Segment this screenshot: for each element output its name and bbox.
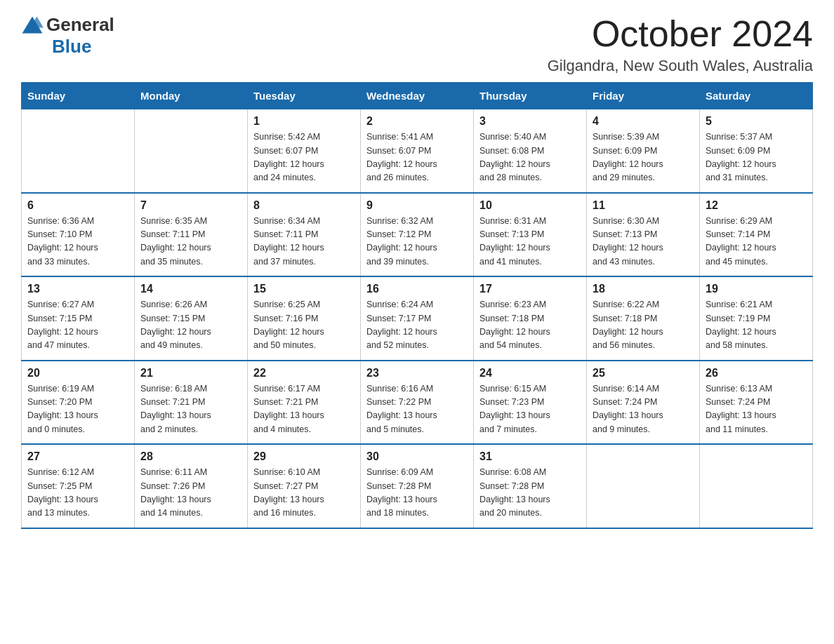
day-number: 3 <box>479 115 581 128</box>
day-number: 10 <box>479 199 581 212</box>
logo: General Blue <box>21 14 114 58</box>
day-info: Sunrise: 6:12 AM Sunset: 7:25 PM Dayligh… <box>27 466 128 521</box>
day-number: 15 <box>253 283 355 295</box>
calendar-cell: 11Sunrise: 6:30 AM Sunset: 7:13 PM Dayli… <box>587 193 700 277</box>
calendar-cell <box>22 109 135 193</box>
calendar-cell: 31Sunrise: 6:08 AM Sunset: 7:28 PM Dayli… <box>474 444 587 528</box>
calendar-week-row: 6Sunrise: 6:36 AM Sunset: 7:10 PM Daylig… <box>22 193 813 277</box>
day-info: Sunrise: 6:35 AM Sunset: 7:11 PM Dayligh… <box>140 215 241 269</box>
general-blue-logo-icon <box>21 15 44 35</box>
day-number: 5 <box>706 115 807 128</box>
calendar-day-header: Friday <box>587 83 700 109</box>
day-number: 16 <box>366 283 468 295</box>
calendar-day-header: Saturday <box>700 83 813 109</box>
calendar-week-row: 20Sunrise: 6:19 AM Sunset: 7:20 PM Dayli… <box>22 361 813 445</box>
calendar-cell: 18Sunrise: 6:22 AM Sunset: 7:18 PM Dayli… <box>587 276 700 361</box>
day-number: 17 <box>479 283 581 295</box>
calendar-cell: 2Sunrise: 5:41 AM Sunset: 6:07 PM Daylig… <box>361 109 474 193</box>
day-number: 9 <box>366 199 468 212</box>
day-info: Sunrise: 6:10 AM Sunset: 7:27 PM Dayligh… <box>253 466 355 521</box>
day-info: Sunrise: 6:19 AM Sunset: 7:20 PM Dayligh… <box>27 382 128 437</box>
day-number: 4 <box>593 115 694 128</box>
day-info: Sunrise: 6:15 AM Sunset: 7:23 PM Dayligh… <box>479 382 581 437</box>
day-number: 26 <box>706 367 807 380</box>
day-info: Sunrise: 6:13 AM Sunset: 7:24 PM Dayligh… <box>706 382 807 437</box>
calendar-cell: 14Sunrise: 6:26 AM Sunset: 7:15 PM Dayli… <box>135 276 248 361</box>
day-number: 6 <box>27 199 128 212</box>
day-number: 27 <box>27 450 128 463</box>
calendar-cell <box>700 444 813 528</box>
day-number: 12 <box>706 199 807 212</box>
day-info: Sunrise: 6:26 AM Sunset: 7:15 PM Dayligh… <box>140 298 241 353</box>
day-info: Sunrise: 6:27 AM Sunset: 7:15 PM Dayligh… <box>27 298 128 353</box>
calendar-cell: 30Sunrise: 6:09 AM Sunset: 7:28 PM Dayli… <box>361 444 474 528</box>
day-info: Sunrise: 6:22 AM Sunset: 7:18 PM Dayligh… <box>593 298 694 353</box>
day-info: Sunrise: 6:36 AM Sunset: 7:10 PM Dayligh… <box>27 215 128 269</box>
day-number: 20 <box>27 367 128 380</box>
location-subtitle: Gilgandra, New South Wales, Australia <box>548 57 813 75</box>
calendar-cell: 1Sunrise: 5:42 AM Sunset: 6:07 PM Daylig… <box>248 109 361 193</box>
logo-blue-text: Blue <box>52 36 91 58</box>
day-info: Sunrise: 6:25 AM Sunset: 7:16 PM Dayligh… <box>253 298 355 353</box>
calendar-day-header: Wednesday <box>361 83 474 109</box>
day-info: Sunrise: 6:08 AM Sunset: 7:28 PM Dayligh… <box>479 466 581 521</box>
day-number: 31 <box>479 450 581 463</box>
day-info: Sunrise: 6:34 AM Sunset: 7:11 PM Dayligh… <box>253 215 355 269</box>
day-info: Sunrise: 6:29 AM Sunset: 7:14 PM Dayligh… <box>706 215 807 269</box>
day-info: Sunrise: 6:09 AM Sunset: 7:28 PM Dayligh… <box>366 466 468 521</box>
day-number: 19 <box>706 283 807 295</box>
calendar-cell: 12Sunrise: 6:29 AM Sunset: 7:14 PM Dayli… <box>700 193 813 277</box>
calendar-cell: 29Sunrise: 6:10 AM Sunset: 7:27 PM Dayli… <box>248 444 361 528</box>
calendar-day-header: Tuesday <box>248 83 361 109</box>
day-info: Sunrise: 6:32 AM Sunset: 7:12 PM Dayligh… <box>366 215 468 269</box>
calendar-week-row: 1Sunrise: 5:42 AM Sunset: 6:07 PM Daylig… <box>22 109 813 193</box>
calendar-cell: 25Sunrise: 6:14 AM Sunset: 7:24 PM Dayli… <box>587 361 700 445</box>
calendar-day-header: Monday <box>135 83 248 109</box>
day-number: 1 <box>253 115 355 128</box>
day-info: Sunrise: 6:14 AM Sunset: 7:24 PM Dayligh… <box>593 382 694 437</box>
calendar-cell <box>587 444 700 528</box>
calendar-cell: 21Sunrise: 6:18 AM Sunset: 7:21 PM Dayli… <box>135 361 248 445</box>
day-info: Sunrise: 5:42 AM Sunset: 6:07 PM Dayligh… <box>253 130 355 185</box>
day-number: 21 <box>140 367 241 380</box>
day-info: Sunrise: 5:40 AM Sunset: 6:08 PM Dayligh… <box>479 130 581 185</box>
header-right: October 2024 Gilgandra, New South Wales,… <box>548 14 813 75</box>
calendar-cell: 27Sunrise: 6:12 AM Sunset: 7:25 PM Dayli… <box>22 444 135 528</box>
day-info: Sunrise: 6:30 AM Sunset: 7:13 PM Dayligh… <box>593 215 694 269</box>
day-number: 14 <box>140 283 241 295</box>
day-info: Sunrise: 5:41 AM Sunset: 6:07 PM Dayligh… <box>366 130 468 185</box>
day-number: 28 <box>140 450 241 463</box>
calendar-cell: 26Sunrise: 6:13 AM Sunset: 7:24 PM Dayli… <box>700 361 813 445</box>
day-info: Sunrise: 6:16 AM Sunset: 7:22 PM Dayligh… <box>366 382 468 437</box>
calendar-cell: 3Sunrise: 5:40 AM Sunset: 6:08 PM Daylig… <box>474 109 587 193</box>
calendar-cell: 28Sunrise: 6:11 AM Sunset: 7:26 PM Dayli… <box>135 444 248 528</box>
calendar-cell: 6Sunrise: 6:36 AM Sunset: 7:10 PM Daylig… <box>22 193 135 277</box>
day-number: 8 <box>253 199 355 212</box>
calendar-day-header: Thursday <box>474 83 587 109</box>
day-info: Sunrise: 6:11 AM Sunset: 7:26 PM Dayligh… <box>140 466 241 521</box>
calendar-cell: 22Sunrise: 6:17 AM Sunset: 7:21 PM Dayli… <box>248 361 361 445</box>
day-number: 7 <box>140 199 241 212</box>
day-info: Sunrise: 6:31 AM Sunset: 7:13 PM Dayligh… <box>479 215 581 269</box>
calendar-cell: 19Sunrise: 6:21 AM Sunset: 7:19 PM Dayli… <box>700 276 813 361</box>
calendar-cell <box>135 109 248 193</box>
day-info: Sunrise: 6:17 AM Sunset: 7:21 PM Dayligh… <box>253 382 355 437</box>
calendar-cell: 8Sunrise: 6:34 AM Sunset: 7:11 PM Daylig… <box>248 193 361 277</box>
day-number: 24 <box>479 367 581 380</box>
calendar-header-row: SundayMondayTuesdayWednesdayThursdayFrid… <box>22 83 813 109</box>
calendar-cell: 17Sunrise: 6:23 AM Sunset: 7:18 PM Dayli… <box>474 276 587 361</box>
calendar-cell: 5Sunrise: 5:37 AM Sunset: 6:09 PM Daylig… <box>700 109 813 193</box>
calendar-cell: 16Sunrise: 6:24 AM Sunset: 7:17 PM Dayli… <box>361 276 474 361</box>
day-info: Sunrise: 6:21 AM Sunset: 7:19 PM Dayligh… <box>706 298 807 353</box>
day-info: Sunrise: 6:18 AM Sunset: 7:21 PM Dayligh… <box>140 382 241 437</box>
day-info: Sunrise: 5:39 AM Sunset: 6:09 PM Dayligh… <box>593 130 694 185</box>
calendar-cell: 20Sunrise: 6:19 AM Sunset: 7:20 PM Dayli… <box>22 361 135 445</box>
day-number: 29 <box>253 450 355 463</box>
calendar-cell: 24Sunrise: 6:15 AM Sunset: 7:23 PM Dayli… <box>474 361 587 445</box>
calendar-table: SundayMondayTuesdayWednesdayThursdayFrid… <box>21 82 813 529</box>
day-number: 22 <box>253 367 355 380</box>
calendar-day-header: Sunday <box>22 83 135 109</box>
day-info: Sunrise: 6:24 AM Sunset: 7:17 PM Dayligh… <box>366 298 468 353</box>
calendar-cell: 15Sunrise: 6:25 AM Sunset: 7:16 PM Dayli… <box>248 276 361 361</box>
calendar-cell: 10Sunrise: 6:31 AM Sunset: 7:13 PM Dayli… <box>474 193 587 277</box>
